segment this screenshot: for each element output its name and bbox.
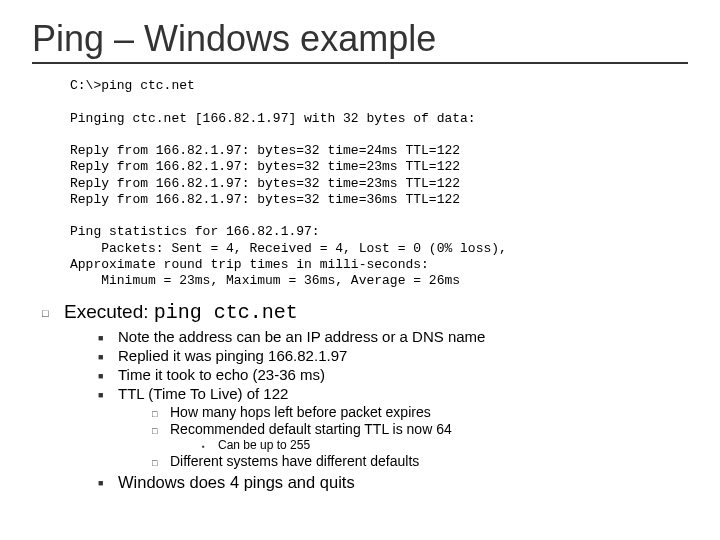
text: Note the address can be an IP address or… [118,328,485,345]
text: Can be up to 255 [218,438,310,452]
bullet-note-address: ■ Note the address can be an IP address … [98,328,688,345]
bullet-executed: □ Executed: ping ctc.net [42,301,688,324]
square-bullet-icon: ■ [98,473,118,488]
bullet-replied: ■ Replied it was pinging 166.82.1.97 [98,347,688,364]
executed-line: Executed: ping ctc.net [64,301,298,324]
square-bullet-icon: □ [152,404,170,419]
text: How many hops left before packet expires [170,404,431,420]
bullet-hops: □ How many hops left before packet expir… [152,404,688,420]
bullet-upto-255: ▪ Can be up to 255 [202,438,688,452]
bullet-diff-defaults: □ Different systems have different defau… [152,453,688,469]
slide-content: □ Executed: ping ctc.net ■ Note the addr… [42,301,688,492]
square-bullet-icon: □ [152,453,170,468]
text: Windows does 4 pings and quits [118,473,355,492]
square-bullet-icon: ■ [98,347,118,362]
square-bullet-icon: ▪ [202,438,218,451]
text: Different systems have different default… [170,453,419,469]
text: Time it took to echo (23-36 ms) [118,366,325,383]
text: Recommended default starting TTL is now … [170,421,452,437]
slide: Ping – Windows example C:\>ping ctc.net … [0,0,720,502]
slide-title: Ping – Windows example [32,18,688,64]
ping-output-code: C:\>ping ctc.net Pinging ctc.net [166.82… [70,78,688,289]
text: Replied it was pinging 166.82.1.97 [118,347,347,364]
executed-command: ping ctc.net [154,301,298,324]
bullet-ttl: ■ TTL (Time To Live) of 122 [98,385,688,402]
square-bullet-icon: □ [152,421,170,436]
executed-label: Executed: [64,301,149,322]
square-bullet-icon: ■ [98,385,118,400]
bullet-time: ■ Time it took to echo (23-36 ms) [98,366,688,383]
text: TTL (Time To Live) of 122 [118,385,288,402]
bullet-default-ttl: □ Recommended default starting TTL is no… [152,421,688,437]
square-bullet-icon: □ [42,301,64,319]
square-bullet-icon: ■ [98,366,118,381]
square-bullet-icon: ■ [98,328,118,343]
bullet-windows-4pings: ■ Windows does 4 pings and quits [98,473,688,492]
